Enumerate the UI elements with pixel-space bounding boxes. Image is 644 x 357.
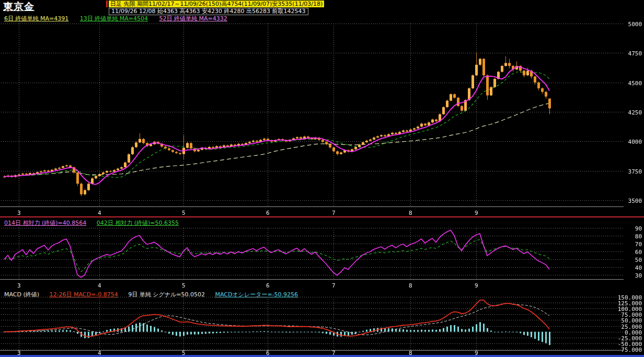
chart-period-info: 日足 先限 期間11/02/17～11/09/26(150)高4754(11/0…	[109, 1, 324, 7]
latest-quote-info: 11/09/26 12/08 始4363 高4363 安4230 終4280 出…	[109, 8, 308, 15]
candlestick-chart-canvas[interactable]	[0, 21, 644, 218]
chart-window: 東京金 日足 先限 期間11/02/17～11/09/26(150)高4754(…	[0, 0, 644, 357]
instrument-title: 東京金	[3, 0, 34, 14]
red-marker	[106, 1, 108, 7]
panel-separator-line	[0, 216, 644, 217]
rsi-chart-canvas[interactable]	[0, 224, 644, 290]
bottom-scrollbar[interactable]	[0, 355, 644, 357]
macd-chart-canvas[interactable]	[0, 294, 644, 357]
